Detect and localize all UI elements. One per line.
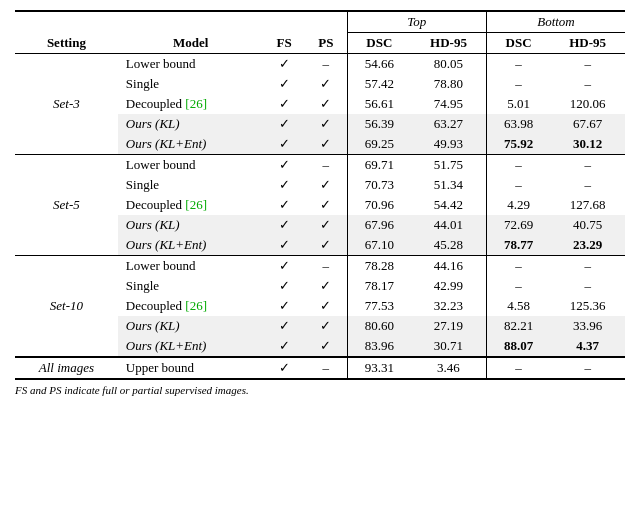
top-hd-cell: 32.23 [411, 296, 486, 316]
model-cell: Lower bound [118, 155, 264, 176]
ps-cell: ✓ [305, 134, 347, 155]
top-hd-cell: 42.99 [411, 276, 486, 296]
top-hd-cell: 74.95 [411, 94, 486, 114]
bot-dsc-cell: – [486, 74, 550, 94]
th-top-dsc: DSC [347, 33, 411, 54]
top-hd-cell: 49.93 [411, 134, 486, 155]
th-top-hd: HD-95 [411, 33, 486, 54]
all-images-row: All imagesUpper bound✓–93.313.46–– [15, 357, 625, 379]
fs-cell: ✓ [263, 155, 305, 176]
fs-cell: ✓ [263, 114, 305, 134]
bot-hd-cell: 125.36 [550, 296, 625, 316]
top-hd-cell: 45.28 [411, 235, 486, 256]
model-cell: Decoupled [26] [118, 296, 264, 316]
ps-cell: – [305, 155, 347, 176]
fs-cell: ✓ [263, 134, 305, 155]
all-images-setting: All images [15, 357, 118, 379]
table-container: Top Bottom Setting Model FS PS DSC HD-95… [15, 10, 625, 396]
th-setting: Setting [15, 33, 118, 54]
bot-hd-cell: – [550, 256, 625, 277]
bot-dsc-cell: 88.07 [486, 336, 550, 357]
bot-dsc-cell: – [486, 175, 550, 195]
bot-hd-cell: 33.96 [550, 316, 625, 336]
top-hd-cell: 80.05 [411, 54, 486, 75]
th-fs: FS [263, 33, 305, 54]
ps-cell: ✓ [305, 74, 347, 94]
table-row: Set-10Lower bound✓–78.2844.16–– [15, 256, 625, 277]
top-hd-cell: 30.71 [411, 336, 486, 357]
ps-cell: ✓ [305, 215, 347, 235]
bot-hd-cell: 40.75 [550, 215, 625, 235]
footnote: FS and PS indicate full or partial super… [15, 384, 625, 396]
top-dsc-cell: 69.25 [347, 134, 411, 155]
model-cell: Lower bound [118, 54, 264, 75]
top-hd-cell: 51.75 [411, 155, 486, 176]
bot-dsc-cell: – [486, 155, 550, 176]
top-hd-cell: 44.16 [411, 256, 486, 277]
setting-cell: Set-10 [15, 256, 118, 358]
ps-cell: ✓ [305, 296, 347, 316]
all-images-bot-dsc: – [486, 357, 550, 379]
span-header-row: Top Bottom [15, 11, 625, 33]
top-dsc-cell: 69.71 [347, 155, 411, 176]
ps-cell: ✓ [305, 195, 347, 215]
top-hd-cell: 44.01 [411, 215, 486, 235]
bot-dsc-cell: – [486, 276, 550, 296]
bottom-header: Bottom [486, 11, 625, 33]
bot-hd-cell: – [550, 74, 625, 94]
all-images-top-dsc: 93.31 [347, 357, 411, 379]
setting-cell: Set-3 [15, 54, 118, 155]
ps-cell: ✓ [305, 175, 347, 195]
ps-cell: ✓ [305, 336, 347, 357]
bot-dsc-cell: 72.69 [486, 215, 550, 235]
bot-hd-cell: – [550, 54, 625, 75]
fs-cell: ✓ [263, 215, 305, 235]
model-cell: Decoupled [26] [118, 94, 264, 114]
bot-dsc-cell: 82.21 [486, 316, 550, 336]
fs-cell: ✓ [263, 296, 305, 316]
fs-cell: ✓ [263, 235, 305, 256]
top-hd-cell: 78.80 [411, 74, 486, 94]
bot-hd-cell: 120.06 [550, 94, 625, 114]
bot-dsc-cell: – [486, 54, 550, 75]
ps-cell: ✓ [305, 276, 347, 296]
ps-cell: – [305, 54, 347, 75]
bot-hd-cell: 4.37 [550, 336, 625, 357]
model-cell: Ours (KL) [118, 114, 264, 134]
model-cell: Single [118, 175, 264, 195]
bot-hd-cell: 127.68 [550, 195, 625, 215]
model-cell: Single [118, 74, 264, 94]
all-images-bot-hd: – [550, 357, 625, 379]
bot-dsc-cell: 75.92 [486, 134, 550, 155]
th-model: Model [118, 33, 264, 54]
fs-cell: ✓ [263, 94, 305, 114]
bot-hd-cell: – [550, 155, 625, 176]
top-hd-cell: 63.27 [411, 114, 486, 134]
ps-cell: ✓ [305, 235, 347, 256]
top-dsc-cell: 70.96 [347, 195, 411, 215]
top-dsc-cell: 80.60 [347, 316, 411, 336]
all-images-ps: – [305, 357, 347, 379]
th-bot-dsc: DSC [486, 33, 550, 54]
fs-cell: ✓ [263, 316, 305, 336]
top-dsc-cell: 67.10 [347, 235, 411, 256]
top-dsc-cell: 77.53 [347, 296, 411, 316]
fs-cell: ✓ [263, 74, 305, 94]
bot-hd-cell: 30.12 [550, 134, 625, 155]
fs-cell: ✓ [263, 175, 305, 195]
model-cell: Ours (KL) [118, 316, 264, 336]
table-row: Set-3Lower bound✓–54.6680.05–– [15, 54, 625, 75]
bot-dsc-cell: 4.58 [486, 296, 550, 316]
ps-cell: – [305, 256, 347, 277]
results-table: Top Bottom Setting Model FS PS DSC HD-95… [15, 10, 625, 380]
top-dsc-cell: 54.66 [347, 54, 411, 75]
top-dsc-cell: 56.61 [347, 94, 411, 114]
top-dsc-cell: 57.42 [347, 74, 411, 94]
setting-cell: Set-5 [15, 155, 118, 256]
fs-cell: ✓ [263, 195, 305, 215]
empty-header [15, 11, 347, 33]
fs-cell: ✓ [263, 276, 305, 296]
table-row: Set-5Lower bound✓–69.7151.75–– [15, 155, 625, 176]
all-images-top-hd: 3.46 [411, 357, 486, 379]
model-cell: Single [118, 276, 264, 296]
